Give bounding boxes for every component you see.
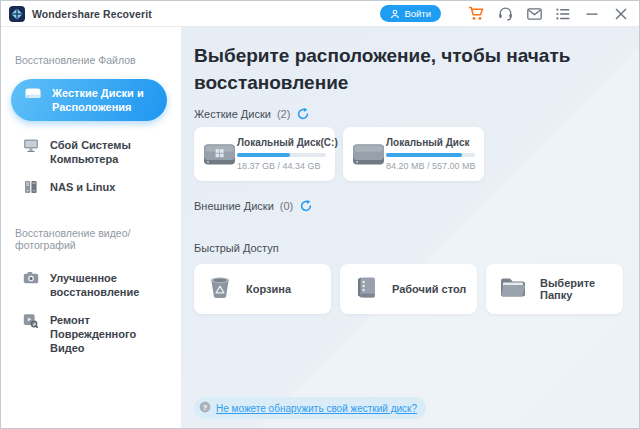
quick-card-label: Выберите Папку bbox=[540, 277, 623, 301]
hard-disks-label: Жесткие Диски bbox=[194, 108, 271, 120]
page-title: Выберите расположение, чтобы начать восс… bbox=[194, 42, 625, 96]
sidebar-item-enhanced-recovery[interactable]: Улучшенное восстановление bbox=[1, 264, 181, 306]
sidebar-item-label: Улучшенное восстановление bbox=[50, 271, 169, 299]
drive-name: Локальный Диск(C:) bbox=[237, 137, 326, 148]
recoverit-window: Wondershare Recoverit Войти bbox=[0, 0, 640, 429]
refresh-icon[interactable] bbox=[300, 200, 312, 212]
quick-access-list: Корзина Рабочий стол bbox=[194, 264, 625, 314]
external-disks-label: Внешние Диски bbox=[194, 200, 274, 212]
recycle-bin-icon bbox=[207, 274, 233, 304]
hard-disks-count: (2) bbox=[277, 108, 290, 120]
quick-card-desktop[interactable]: Рабочий стол bbox=[340, 264, 477, 314]
sidebar-heading-photo-video-recovery: Восстановление видео/фотографий bbox=[1, 227, 181, 251]
sidebar-item-label: Ремонт Поврежденного Видео bbox=[50, 313, 169, 355]
drive-name: Локальный Диск bbox=[386, 137, 475, 148]
minimize-icon[interactable] bbox=[584, 6, 600, 22]
sidebar-item-label: Сбой Системы Компьютера bbox=[50, 138, 169, 166]
hard-drive-c-icon bbox=[201, 142, 237, 167]
cant-find-drive-link[interactable]: ? Не можете обнаружить свой жесткий диск… bbox=[194, 397, 426, 419]
titlebar: Wondershare Recoverit Войти bbox=[1, 1, 639, 27]
quick-card-select-folder[interactable]: Выберите Папку bbox=[486, 264, 623, 314]
mail-icon[interactable] bbox=[526, 6, 542, 22]
cart-icon[interactable] bbox=[468, 6, 484, 22]
help-icon: ? bbox=[199, 399, 211, 417]
main-content: Выберите расположение, чтобы начать восс… bbox=[181, 27, 639, 428]
quick-card-recycle-bin[interactable]: Корзина bbox=[194, 264, 331, 314]
wondershare-logo-icon bbox=[9, 6, 25, 22]
external-disks-section-header: Внешние Диски (0) bbox=[194, 200, 625, 212]
external-disks-count: (0) bbox=[280, 200, 293, 212]
folder-icon bbox=[499, 276, 527, 303]
login-button[interactable]: Войти bbox=[380, 5, 441, 22]
support-headset-icon[interactable] bbox=[497, 6, 513, 22]
sidebar-item-system-crash[interactable]: Сбой Системы Компьютера bbox=[1, 131, 181, 173]
sidebar: Восстановление Файлов Жесткие Диски и Ра… bbox=[1, 27, 181, 428]
computer-icon bbox=[22, 138, 39, 153]
drive-card-local[interactable]: Локальный Диск 84.20 MB / 557.00 MB bbox=[343, 127, 484, 181]
svg-text:?: ? bbox=[203, 403, 208, 412]
quick-access-label: Быстрый Доступ bbox=[194, 242, 625, 254]
quick-card-label: Корзина bbox=[246, 283, 291, 295]
desktop-icon bbox=[353, 274, 379, 304]
user-icon bbox=[390, 9, 400, 19]
drive-usage-bar bbox=[386, 153, 475, 157]
sidebar-item-label: NAS и Linux bbox=[50, 180, 115, 194]
drive-card-c[interactable]: Локальный Диск(C:) 18.37 GB / 44.34 GB bbox=[194, 127, 335, 181]
drive-usage-bar bbox=[237, 153, 326, 157]
refresh-icon[interactable] bbox=[297, 108, 309, 120]
drive-size: 18.37 GB / 44.34 GB bbox=[237, 161, 326, 171]
sidebar-item-video-repair[interactable]: Ремонт Поврежденного Видео bbox=[1, 306, 181, 362]
quick-card-label: Рабочий стол bbox=[392, 283, 466, 295]
hard-disks-section-header: Жесткие Диски (2) bbox=[194, 108, 625, 120]
feedback-list-icon[interactable] bbox=[555, 6, 571, 22]
login-label: Войти bbox=[404, 8, 431, 19]
close-icon[interactable] bbox=[613, 6, 629, 22]
app-title: Wondershare Recoverit bbox=[32, 8, 152, 20]
nas-server-icon bbox=[22, 180, 39, 194]
cant-find-drive-link-text[interactable]: Не можете обнаружить свой жесткий диск? bbox=[216, 403, 417, 414]
drive-size: 84.20 MB / 557.00 MB bbox=[386, 161, 475, 171]
camera-icon bbox=[22, 271, 39, 284]
sidebar-item-hard-drives[interactable]: Жесткие Диски и Расположения bbox=[11, 79, 167, 121]
hard-drive-icon bbox=[24, 86, 41, 100]
hard-drive-local-icon bbox=[350, 142, 386, 167]
sidebar-item-nas-linux[interactable]: NAS и Linux bbox=[1, 173, 181, 201]
video-repair-icon bbox=[22, 313, 39, 328]
sidebar-heading-file-recovery: Восстановление Файлов bbox=[1, 54, 181, 66]
drive-card-list: Локальный Диск(C:) 18.37 GB / 44.34 GB bbox=[194, 127, 625, 181]
sidebar-item-label: Жесткие Диски и Расположения bbox=[52, 86, 157, 114]
